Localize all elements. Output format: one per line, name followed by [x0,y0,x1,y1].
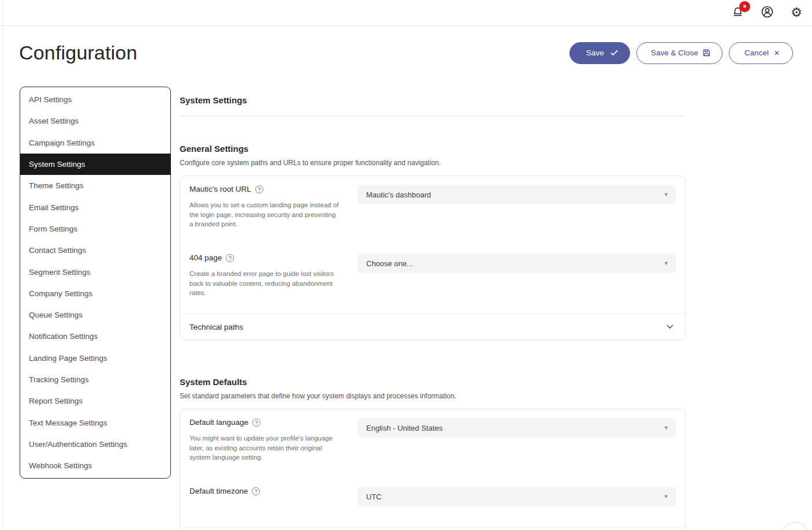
root-url-label: Mautic's root URL [189,185,251,193]
nav-item-email-settings[interactable]: Email Settings [20,196,170,218]
dropdown-arrow-icon: ▼ [664,192,669,197]
system-defaults-heading: System Defaults [180,377,686,387]
404-page-value: Choose one... [366,259,413,268]
root-url-value: Mautic's dashboard [366,191,431,199]
check-icon [610,50,618,56]
field-label-col: Mautic's root URL ? Allows you to set a … [189,185,357,229]
topbar: * ⚙ [0,0,812,26]
nav-item-notification-settings[interactable]: Notification Settings [20,326,170,347]
main-content: System Settings General Settings Configu… [180,95,686,530]
technical-paths-label: Technical paths [189,323,243,331]
nav-item-text-message-settings[interactable]: Text Message Settings [20,412,170,433]
technical-paths-panel[interactable]: Technical paths [180,313,685,339]
content-left-border [3,26,3,530]
dropdown-arrow-icon: ▼ [664,260,669,266]
general-settings-description: Configure core system paths and URLs to … [180,159,686,167]
close-x-icon: ✕ [774,50,780,57]
notifications-button[interactable]: * [730,5,745,20]
field-label-col: Default timezone ? [189,487,357,495]
nav-item-user-authentication-settings[interactable]: User/Authentication Settings [20,434,170,455]
default-timezone-label: Default timezone [189,487,248,495]
save-button[interactable]: Save [569,42,630,64]
settings-gear-icon: ⚙ [791,6,802,19]
system-defaults-description: Set standard parameters that define how … [180,392,686,400]
help-icon[interactable]: ? [252,419,260,427]
topbar-left-divider [3,0,3,26]
save-button-label: Save [586,48,604,57]
nav-item-api-settings[interactable]: API Settings [20,89,170,110]
user-account-icon [761,5,774,21]
default-timezone-value: UTC [366,492,382,501]
field-row-root-url: Mautic's root URL ? Allows you to set a … [180,176,685,245]
save-and-close-label: Save & Close [651,48,698,57]
nav-item-system-settings[interactable]: System Settings [20,154,170,175]
nav-item-theme-settings[interactable]: Theme Settings [20,175,170,196]
root-url-help: Allows you to set a custom landing page … [189,200,341,229]
save-and-close-button[interactable]: Save & Close [636,42,722,64]
notification-badge: * [739,1,750,12]
nav-item-segment-settings[interactable]: Segment Settings [20,261,170,282]
global-settings-button[interactable]: ⚙ [789,5,804,20]
field-control-col: UTC ▼ [357,487,676,506]
user-menu-button[interactable] [759,5,774,20]
nav-item-queue-settings[interactable]: Queue Settings [20,304,170,326]
nav-item-company-settings[interactable]: Company Settings [20,283,170,304]
system-defaults-card: Default language ? You might want to upd… [180,409,686,530]
nav-item-contact-settings[interactable]: Contact Settings [20,240,170,261]
404-page-label: 404 page [189,253,222,262]
chevron-down-icon [666,324,673,329]
default-language-label: Default language [189,418,248,427]
dropdown-arrow-icon: ▼ [664,494,669,499]
floppy-disk-icon [703,49,710,57]
default-language-help: You might want to update your profile's … [189,434,341,462]
404-page-help: Create a branded error page to guide los… [189,269,341,298]
cancel-button[interactable]: Cancel ✕ [729,42,793,64]
field-row-404-page: 404 page ? Create a branded error page t… [180,245,685,313]
nav-item-asset-settings[interactable]: Asset Settings [20,110,170,132]
nav-item-tracking-settings[interactable]: Tracking Settings [20,369,170,390]
field-control-col: English - United States ▼ [357,418,676,438]
field-label-col: Default language ? You might want to upd… [189,418,357,462]
nav-item-campaign-settings[interactable]: Campaign Settings [20,132,170,154]
help-icon[interactable]: ? [255,185,263,193]
nav-item-landing-page-settings[interactable]: Landing Page Settings [20,348,170,369]
default-timezone-select[interactable]: UTC ▼ [357,487,676,506]
help-icon[interactable]: ? [226,254,234,262]
nav-item-webhook-settings[interactable]: Webhook Settings [20,455,170,476]
field-label-col: 404 page ? Create a branded error page t… [189,253,357,298]
field-control-col: Mautic's dashboard ▼ [357,185,676,204]
pagination-data-display-panel[interactable]: Pagination and data display [180,527,685,530]
field-row-default-language: Default language ? You might want to upd… [180,409,685,478]
cancel-label: Cancel [744,48,769,57]
field-row-default-timezone: Default timezone ? UTC ▼ [180,478,685,527]
page-header: Configuration Save Save & Close Cancel ✕ [19,42,793,64]
general-settings-card: Mautic's root URL ? Allows you to set a … [180,176,686,340]
divider [180,115,686,116]
default-language-value: English - United States [366,424,442,432]
section-title: System Settings [180,95,686,105]
nav-item-form-settings[interactable]: Form Settings [20,218,170,240]
page-title: Configuration [19,42,137,64]
settings-nav: API Settings Asset Settings Campaign Set… [20,87,171,479]
dropdown-arrow-icon: ▼ [664,425,669,431]
field-control-col: Choose one... ▼ [357,253,676,273]
floating-action-button[interactable] [782,522,809,530]
default-language-select[interactable]: English - United States ▼ [357,418,676,438]
general-settings-heading: General Settings [180,144,686,154]
404-page-select[interactable]: Choose one... ▼ [357,253,676,273]
nav-item-report-settings[interactable]: Report Settings [20,390,170,412]
root-url-select[interactable]: Mautic's dashboard ▼ [357,185,676,204]
header-actions: Save Save & Close Cancel ✕ [569,42,793,64]
help-icon[interactable]: ? [252,487,260,495]
